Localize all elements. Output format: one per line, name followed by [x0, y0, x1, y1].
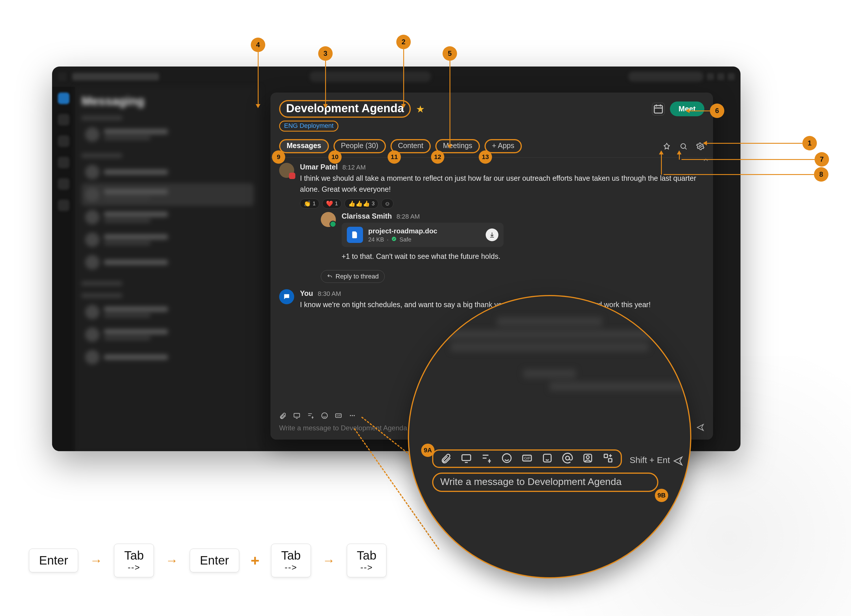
callout-badge: 7 [815, 152, 829, 167]
callout-badge: 4 [251, 38, 265, 52]
callout-badge: 1 [802, 136, 817, 150]
callout-badge: 12 [431, 150, 444, 164]
sidebar-heading: Messaging [81, 94, 254, 108]
nav-rail [52, 87, 75, 451]
key-tab: Tab--> [271, 544, 311, 577]
message-input-zoom[interactable]: Write a message to Development Agenda [432, 473, 659, 492]
favorite-star-icon[interactable]: ★ [416, 104, 425, 114]
key-enter: Enter [190, 548, 239, 572]
callout-badge: 3 [318, 46, 333, 61]
send-icon[interactable] [673, 456, 683, 467]
titlebar [52, 66, 741, 87]
message-text: +1 to that. Can't wait to see what the f… [341, 251, 704, 262]
schedule-icon[interactable] [652, 103, 665, 116]
message-list: Umar Patel 8:12 AM I think we should all… [271, 158, 713, 326]
callout-badge: 10 [328, 150, 341, 164]
svg-rect-0 [654, 105, 662, 113]
callout-badge: 9B [655, 489, 668, 502]
mention-icon[interactable] [562, 452, 573, 465]
callout: 9 [272, 150, 285, 164]
magnifier: GIF Write a message to Development Agend… [408, 295, 691, 578]
svg-point-10 [354, 415, 355, 416]
svg-point-5 [322, 413, 328, 418]
file-size: 24 KB [368, 236, 384, 243]
callout-badge: 5 [442, 46, 457, 61]
svg-rect-11 [462, 455, 471, 460]
attach-icon[interactable] [279, 412, 287, 421]
apps-icon[interactable] [602, 452, 614, 465]
gif-icon[interactable]: GIF [521, 452, 533, 465]
composer-hint: Shift + Ent [630, 455, 670, 465]
svg-point-12 [502, 454, 511, 463]
reply-to-thread-button[interactable]: Reply to thread [321, 270, 385, 283]
emoji-icon[interactable] [321, 412, 328, 421]
reactions: 👏1 ❤️1 👍👍👍3 ☺ [300, 199, 704, 209]
thread: Clarissa Smith 8:28 AM project-roadmap.d… [321, 212, 704, 283]
attach-icon[interactable] [440, 452, 452, 465]
arrow-right-icon: → [323, 553, 335, 568]
sidebar: Messaging [75, 87, 260, 451]
space-title: Development Agenda [279, 100, 411, 118]
gear-icon[interactable] [696, 142, 704, 150]
key-tab: Tab--> [347, 544, 387, 577]
message-text: I think we should all take a moment to r… [300, 173, 704, 195]
screen-icon[interactable] [460, 452, 472, 465]
avatar [321, 212, 336, 227]
key-tab: Tab--> [114, 544, 154, 577]
reaction[interactable]: 👍👍👍3 [344, 199, 378, 209]
message-author: Umar Patel [300, 163, 338, 171]
message: Umar Patel 8:12 AM I think we should all… [279, 163, 704, 283]
message-time: 8:12 AM [343, 164, 366, 171]
tab-messages[interactable]: Messages [279, 139, 329, 153]
callout: 12 [431, 150, 444, 164]
download-icon[interactable] [486, 228, 498, 241]
tab-apps[interactable]: + Apps [484, 139, 522, 153]
reaction[interactable]: 👏1 [300, 199, 319, 209]
svg-rect-15 [544, 454, 551, 462]
file-attachment[interactable]: project-roadmap.doc 24 KB · Safe [341, 223, 504, 247]
message-author: Clarissa Smith [341, 212, 392, 220]
search-icon[interactable] [680, 142, 687, 150]
collapse-icon[interactable] [702, 156, 710, 165]
svg-point-2 [699, 145, 701, 147]
meet-button[interactable]: Meet [670, 102, 704, 116]
key-sequence: Enter → Tab--> → Enter + Tab--> → Tab--> [29, 544, 386, 577]
message-time: 8:28 AM [397, 213, 420, 220]
format-icon[interactable] [481, 452, 492, 465]
reaction[interactable]: ❤️1 [322, 199, 341, 209]
person-icon[interactable] [582, 452, 594, 465]
tab-people[interactable]: People (30) [334, 139, 386, 153]
message-author: You [300, 289, 313, 297]
avatar [279, 163, 294, 178]
svg-point-8 [350, 415, 351, 416]
callout: 13 [479, 150, 492, 164]
callout-badge: 11 [388, 150, 401, 164]
svg-point-18 [586, 456, 589, 459]
file-name: project-roadmap.doc [368, 227, 480, 235]
pin-icon[interactable] [663, 142, 671, 150]
message: You 8:30 AM I know we're on tight schedu… [279, 289, 704, 310]
tab-meetings[interactable]: Meetings [435, 139, 480, 153]
svg-point-16 [565, 456, 569, 460]
composer-toolbar: GIF [432, 449, 622, 468]
callout-badge: 2 [396, 35, 411, 49]
svg-point-9 [352, 415, 353, 416]
send-icon[interactable] [696, 424, 704, 433]
arrow-right-icon: → [90, 553, 102, 568]
space-team-tag[interactable]: ENG Deployment [279, 120, 338, 132]
format-icon[interactable] [307, 412, 314, 421]
add-reaction-icon[interactable]: ☺ [381, 199, 393, 209]
svg-rect-4 [294, 413, 300, 417]
svg-text:GIF: GIF [337, 414, 341, 417]
key-enter: Enter [29, 548, 78, 572]
self-avatar-icon [279, 289, 294, 304]
callout-badge: 13 [479, 150, 492, 164]
screen-icon[interactable] [293, 412, 301, 421]
gif-icon[interactable]: GIF [335, 412, 342, 421]
more-icon[interactable] [349, 412, 356, 421]
emoji-icon[interactable] [501, 452, 513, 465]
file-icon [347, 227, 363, 243]
sticker-icon[interactable] [541, 452, 553, 465]
callout-badge: 9A [421, 444, 435, 457]
callout: 10 [328, 150, 341, 164]
